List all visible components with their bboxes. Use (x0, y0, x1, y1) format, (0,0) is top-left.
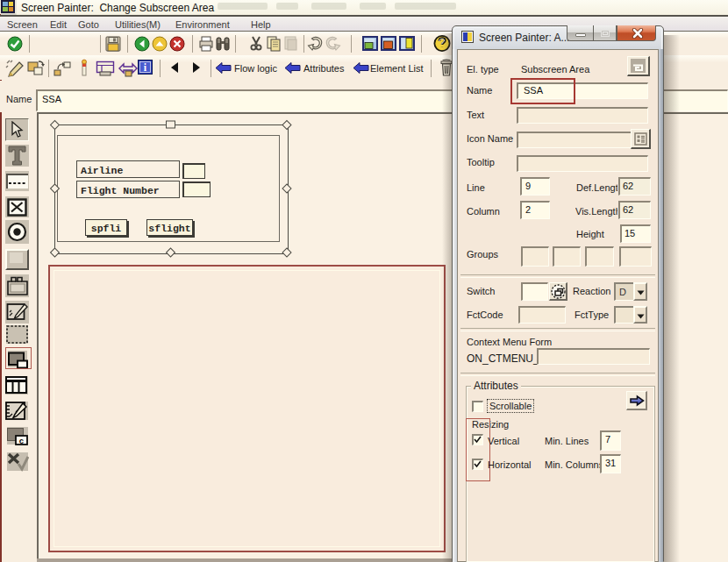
svg-text:c: c (19, 436, 24, 445)
